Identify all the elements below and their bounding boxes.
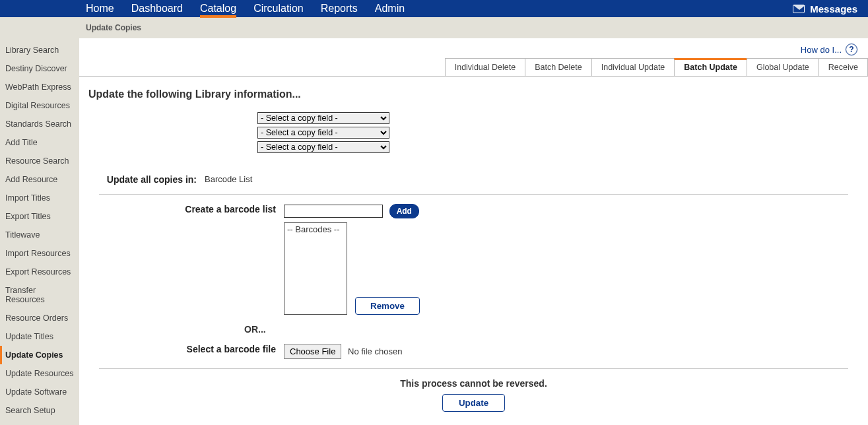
sidebar-item-add-title[interactable]: Add Title xyxy=(0,133,79,152)
sidebar-item-update-titles[interactable]: Update Titles xyxy=(0,327,79,346)
section-divider-2 xyxy=(99,368,848,369)
sidebar-item-add-resource[interactable]: Add Resource xyxy=(0,170,79,189)
topnav-reports[interactable]: Reports xyxy=(321,0,358,17)
tab-batch-delete[interactable]: Batch Delete xyxy=(525,58,592,76)
top-bar: Home Dashboard Catalog Circulation Repor… xyxy=(0,0,868,17)
sidebar-item-search-setup[interactable]: Search Setup xyxy=(0,401,79,420)
help-icon[interactable]: ? xyxy=(846,44,857,55)
create-barcode-label: Create a barcode list xyxy=(99,204,284,214)
barcode-listbox-placeholder: -- Barcodes -- xyxy=(287,224,344,234)
mail-icon xyxy=(793,5,805,13)
copy-field-select-2[interactable]: - Select a copy field - xyxy=(257,127,389,139)
copy-field-select-3[interactable]: - Select a copy field - xyxy=(257,141,389,153)
or-label: OR... xyxy=(244,324,848,335)
page-heading: Update the following Library information… xyxy=(79,77,868,112)
section-divider-1 xyxy=(99,194,848,195)
tab-batch-update[interactable]: Batch Update xyxy=(674,58,747,76)
sidebar: Library Search Destiny Discover WebPath … xyxy=(0,38,79,425)
sidebar-item-export-resources[interactable]: Export Resources xyxy=(0,263,79,281)
sidebar-item-destiny-discover[interactable]: Destiny Discover xyxy=(0,59,79,78)
top-nav: Home Dashboard Catalog Circulation Repor… xyxy=(86,0,405,17)
tab-individual-update[interactable]: Individual Update xyxy=(591,58,675,76)
tab-individual-delete[interactable]: Individual Delete xyxy=(445,58,525,76)
sidebar-item-titlewave[interactable]: Titlewave xyxy=(0,226,79,244)
topnav-circulation[interactable]: Circulation xyxy=(253,0,304,17)
update-all-value: Barcode List xyxy=(205,174,252,184)
sidebar-item-import-titles[interactable]: Import Titles xyxy=(0,189,79,207)
sidebar-item-resource-search[interactable]: Resource Search xyxy=(0,152,79,170)
barcode-input[interactable] xyxy=(284,205,383,218)
sidebar-item-export-titles[interactable]: Export Titles xyxy=(0,207,79,226)
content-area: How do I... ? Individual Delete Batch De… xyxy=(79,38,868,425)
choose-file-button[interactable]: Choose File xyxy=(284,344,341,359)
sidebar-item-transfer-resources[interactable]: Transfer Resources xyxy=(0,281,79,309)
tab-global-update[interactable]: Global Update xyxy=(747,58,819,76)
topnav-dashboard[interactable]: Dashboard xyxy=(131,0,183,17)
page-tabs: Individual Delete Batch Delete Individua… xyxy=(79,58,868,77)
topnav-catalog[interactable]: Catalog xyxy=(200,0,236,17)
copy-field-select-1[interactable]: - Select a copy field - xyxy=(257,112,389,124)
warning-text: This process cannot be reversed. xyxy=(79,378,868,389)
update-button[interactable]: Update xyxy=(442,394,505,412)
messages-link[interactable]: Messages xyxy=(793,3,857,15)
tab-receive[interactable]: Receive xyxy=(818,58,868,76)
sidebar-item-digital-resources[interactable]: Digital Resources xyxy=(0,96,79,115)
messages-label: Messages xyxy=(810,3,857,15)
select-file-label: Select a barcode file xyxy=(99,344,284,354)
how-do-i-link[interactable]: How do I... xyxy=(801,45,842,55)
update-all-label: Update all copies in: xyxy=(99,174,205,185)
page-subhead-title: Update Copies xyxy=(86,23,141,32)
sidebar-item-webpath-express[interactable]: WebPath Express xyxy=(0,78,79,96)
remove-button[interactable]: Remove xyxy=(355,297,420,315)
sidebar-item-resource-orders[interactable]: Resource Orders xyxy=(0,309,79,327)
sidebar-item-update-resources[interactable]: Update Resources xyxy=(0,364,79,383)
page-subhead: Update Copies xyxy=(0,17,868,38)
barcode-listbox[interactable]: -- Barcodes -- xyxy=(284,222,347,315)
topnav-admin[interactable]: Admin xyxy=(375,0,405,17)
file-chosen-text: No file chosen xyxy=(348,346,402,356)
sidebar-item-update-software[interactable]: Update Software xyxy=(0,383,79,401)
sidebar-item-import-resources[interactable]: Import Resources xyxy=(0,244,79,263)
add-button[interactable]: Add xyxy=(389,204,419,218)
sidebar-item-standards-search[interactable]: Standards Search xyxy=(0,115,79,133)
sidebar-item-library-search[interactable]: Library Search xyxy=(0,41,79,59)
topnav-home[interactable]: Home xyxy=(86,0,114,17)
sidebar-item-update-copies[interactable]: Update Copies xyxy=(0,346,79,364)
